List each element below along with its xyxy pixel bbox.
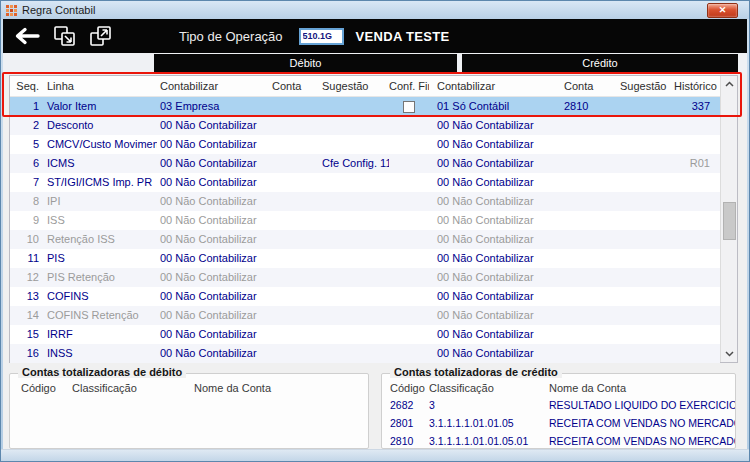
debit-section-header: Débito xyxy=(154,54,457,73)
cell-debit-contabilizar: 00 Não Contabilizar xyxy=(157,344,269,363)
cell-debit-sugestao xyxy=(319,249,389,268)
table-row[interactable]: 6ICMS00 Não ContabilizarCfe Config. 1150… xyxy=(10,154,720,173)
cell-seq: 12 xyxy=(10,268,44,287)
col-header-seq: Seq. xyxy=(10,76,44,96)
cell-debit-contabilizar: 00 Não Contabilizar xyxy=(157,173,269,192)
grid-header-row: Seq. Linha Contabilizar Conta Sugestão C… xyxy=(10,76,720,97)
cell-debit-sugestao xyxy=(319,135,389,154)
vertical-scrollbar[interactable] xyxy=(720,76,737,362)
copy-in-icon xyxy=(53,25,77,47)
table-row[interactable]: 11PIS00 Não Contabilizar00 Não Contabili… xyxy=(10,249,720,268)
cell-credit-contabilizar: 00 Não Contabilizar xyxy=(429,211,561,230)
credit-totals-title: Contas totalizadoras de crédito xyxy=(390,366,562,378)
cell-credit-conta xyxy=(561,154,617,173)
client-area: Tipo de Operação VENDA TESTE Débito Créd… xyxy=(3,19,747,449)
col-header-d-contabilizar: Contabilizar xyxy=(157,76,269,96)
cell-seq: 7 xyxy=(10,173,44,192)
cell-historico xyxy=(671,135,720,154)
chevron-down-icon xyxy=(725,351,734,357)
table-row[interactable]: 7ST/IGI/ICMS Imp. PR00 Não Contabilizar0… xyxy=(10,173,720,192)
back-button[interactable] xyxy=(11,26,41,46)
cell-debit-contabilizar: 00 Não Contabilizar xyxy=(157,192,269,211)
table-row[interactable]: 14COFINS Retenção00 Não Contabilizar00 N… xyxy=(10,306,720,325)
totals-nome: RESULTADO LIQUIDO DO EXERCICIO xyxy=(549,396,735,414)
cell-debit-sugestao xyxy=(319,192,389,211)
cell-seq: 11 xyxy=(10,249,44,268)
close-button[interactable]: ✕ xyxy=(707,3,738,18)
cell-credit-conta xyxy=(561,325,617,344)
cell-historico xyxy=(671,344,720,363)
cell-credit-sugestao xyxy=(617,230,671,249)
cell-seq: 10 xyxy=(10,230,44,249)
credit-totals-col-nome: Nome da Conta xyxy=(549,381,735,396)
cell-credit-sugestao xyxy=(617,268,671,287)
cell-historico xyxy=(671,249,720,268)
totals-classificacao: 3 xyxy=(429,396,549,414)
cell-debit-contabilizar: 00 Não Contabilizar xyxy=(157,268,269,287)
cell-debit-sugestao: Cfe Config. 1150 xyxy=(319,154,389,173)
table-row[interactable]: 12PIS Retenção00 Não Contabilizar00 Não … xyxy=(10,268,720,287)
totals-row[interactable]: 28103.1.1.1.1.01.01.05.01RECEITA COM VEN… xyxy=(382,432,735,450)
table-row[interactable]: 8IPI00 Não Contabilizar00 Não Contabiliz… xyxy=(10,192,720,211)
cell-conf-fin xyxy=(389,344,429,363)
table-row[interactable]: 5CMCV/Custo Movimento00 Não Contabilizar… xyxy=(10,135,720,154)
table-row[interactable]: 15IRRF00 Não Contabilizar00 Não Contabil… xyxy=(10,325,720,344)
scroll-down-button[interactable] xyxy=(721,346,738,362)
scrollbar-thumb[interactable] xyxy=(723,202,736,240)
col-header-c-conta: Conta xyxy=(561,76,617,96)
cell-credit-contabilizar: 00 Não Contabilizar xyxy=(429,325,561,344)
cell-credit-sugestao xyxy=(617,287,671,306)
cell-seq: 9 xyxy=(10,211,44,230)
toolbar: Tipo de Operação VENDA TESTE xyxy=(3,19,747,53)
table-row[interactable]: 13COFINS00 Não Contabilizar00 Não Contab… xyxy=(10,287,720,306)
cell-debit-contabilizar: 00 Não Contabilizar xyxy=(157,325,269,344)
col-header-c-contabilizar: Contabilizar xyxy=(429,76,561,96)
cell-credit-contabilizar: 00 Não Contabilizar xyxy=(429,306,561,325)
cell-historico xyxy=(671,325,720,344)
cell-debit-conta xyxy=(269,344,319,363)
operation-type-label: Tipo de Operação xyxy=(179,29,283,44)
table-row[interactable]: 9ISS00 Não Contabilizar00 Não Contabiliz… xyxy=(10,211,720,230)
table-row[interactable]: 1Valor Item03 Empresa01 Só Contábil28103… xyxy=(10,97,720,116)
cell-linha: ICMS xyxy=(44,154,157,173)
debit-totals-header-row: Código Classificação Nome da Conta xyxy=(10,381,368,396)
cell-credit-contabilizar: 00 Não Contabilizar xyxy=(429,344,561,363)
operation-code-input[interactable] xyxy=(299,28,344,45)
conf-fin-checkbox[interactable] xyxy=(403,101,415,113)
cell-credit-sugestao xyxy=(617,154,671,173)
duplicate-record-button[interactable] xyxy=(53,25,77,47)
cell-debit-sugestao xyxy=(319,230,389,249)
cell-credit-conta xyxy=(561,135,617,154)
cell-debit-conta xyxy=(269,211,319,230)
cell-debit-conta xyxy=(269,306,319,325)
cell-conf-fin xyxy=(389,116,429,135)
col-header-d-sugestao: Sugestão xyxy=(319,76,389,96)
cell-debit-contabilizar: 00 Não Contabilizar xyxy=(157,306,269,325)
cell-debit-conta xyxy=(269,325,319,344)
totals-row[interactable]: 28013.1.1.1.1.01.01.05RECEITA COM VENDAS… xyxy=(382,414,735,432)
cell-credit-conta xyxy=(561,287,617,306)
col-header-historico: Histórico xyxy=(671,76,720,96)
cell-credit-sugestao xyxy=(617,325,671,344)
cell-historico xyxy=(671,116,720,135)
cell-debit-contabilizar: 03 Empresa xyxy=(157,97,269,116)
table-row[interactable]: 10Retenção ISS00 Não Contabilizar00 Não … xyxy=(10,230,720,249)
cell-linha: CMCV/Custo Movimento xyxy=(44,135,157,154)
open-in-new-window-button[interactable] xyxy=(89,25,113,47)
cell-credit-contabilizar: 00 Não Contabilizar xyxy=(429,249,561,268)
cell-seq: 16 xyxy=(10,344,44,363)
cell-credit-conta xyxy=(561,173,617,192)
totals-classificacao: 3.1.1.1.1.01.01.05 xyxy=(429,414,549,432)
cell-seq: 6 xyxy=(10,154,44,173)
cell-linha: IRRF xyxy=(44,325,157,344)
cell-credit-contabilizar: 00 Não Contabilizar xyxy=(429,116,561,135)
totals-row[interactable]: 26823RESULTADO LIQUIDO DO EXERCICIO xyxy=(382,396,735,414)
cell-credit-conta: 2810 xyxy=(561,97,617,116)
table-row[interactable]: 16INSS00 Não Contabilizar00 Não Contabil… xyxy=(10,344,720,363)
table-row[interactable]: 2Desconto00 Não Contabilizar00 Não Conta… xyxy=(10,116,720,135)
scroll-up-button[interactable] xyxy=(721,76,738,92)
cell-credit-contabilizar: 00 Não Contabilizar xyxy=(429,268,561,287)
cell-credit-sugestao xyxy=(617,249,671,268)
cell-debit-sugestao xyxy=(319,97,389,116)
grid-body: 1Valor Item03 Empresa01 Só Contábil28103… xyxy=(10,97,737,363)
